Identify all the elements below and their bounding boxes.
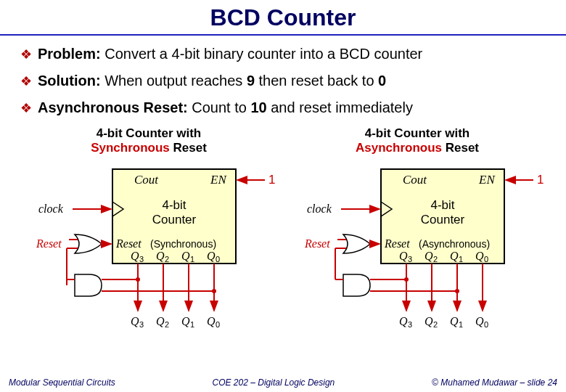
svg-text:1: 1 — [190, 320, 194, 329]
cout-label: Cout — [134, 173, 159, 187]
svg-text:Reset: Reset — [384, 237, 410, 250]
svg-text:1: 1 — [537, 173, 544, 187]
footer-right: © Muhamed Mudawar – slide 24 — [432, 377, 557, 388]
block-label-1: 4-bit — [162, 198, 186, 212]
bullet-list: ❖ Problem: Convert a 4-bit binary counte… — [0, 36, 566, 116]
svg-text:1: 1 — [190, 255, 194, 264]
bullet-solution: ❖ Solution: When output reaches 9 then r… — [20, 73, 546, 89]
svg-text:2: 2 — [433, 320, 438, 329]
svg-text:3: 3 — [408, 255, 412, 264]
title-bar: BCD Counter — [0, 0, 566, 36]
svg-point-69 — [455, 289, 459, 293]
svg-text:EN: EN — [478, 173, 496, 187]
footer: Modular Sequential Circuits COE 202 – Di… — [0, 377, 566, 388]
svg-text:0: 0 — [216, 255, 220, 264]
diamond-icon: ❖ — [20, 46, 32, 62]
page-title: BCD Counter — [0, 4, 566, 31]
svg-text:Q: Q — [424, 250, 433, 262]
svg-text:Counter: Counter — [421, 213, 465, 226]
diagram-sync: 4-bit Counter with Synchronous Reset Cou… — [18, 126, 279, 332]
svg-text:Reset: Reset — [304, 237, 330, 250]
svg-text:Q: Q — [181, 315, 190, 327]
svg-text:Q: Q — [475, 315, 484, 327]
en-label: EN — [210, 173, 227, 187]
bullet-text: Solution: When output reaches 9 then res… — [38, 73, 386, 89]
svg-text:Q: Q — [131, 250, 139, 262]
schematic-sync: Cout EN 4-bit Counter Reset (Synchronous… — [18, 162, 279, 329]
svg-text:Q: Q — [399, 315, 408, 327]
schematic-async: Cout EN 4-bit Counter Reset (Asynchronou… — [287, 162, 548, 329]
svg-text:Q: Q — [450, 315, 459, 327]
svg-text:2: 2 — [433, 255, 438, 264]
svg-text:3: 3 — [139, 255, 144, 264]
svg-text:(Asynchronous): (Asynchronous) — [419, 238, 490, 250]
svg-text:Q: Q — [181, 250, 190, 262]
reset-type: (Synchronous) — [150, 238, 216, 250]
diagram-async: 4-bit Counter with Asynchronous Reset Co… — [287, 126, 548, 332]
svg-text:Q: Q — [475, 250, 484, 262]
bullet-async: ❖ Asynchronous Reset: Count to 10 and re… — [20, 99, 546, 116]
and-gate-icon — [343, 274, 370, 296]
svg-text:Q: Q — [156, 315, 165, 327]
svg-text:clock: clock — [307, 203, 332, 215]
svg-point-26 — [136, 277, 140, 282]
and-gate-icon — [75, 274, 102, 296]
diagrams-row: 4-bit Counter with Synchronous Reset Cou… — [0, 126, 566, 332]
bullet-text: Asynchronous Reset: Count to 10 and rese… — [38, 99, 413, 116]
bullet-text: Problem: Convert a 4-bit binary counter … — [38, 46, 422, 62]
clock-label: clock — [38, 203, 64, 215]
svg-text:Q: Q — [424, 315, 433, 327]
svg-text:Q: Q — [399, 250, 408, 262]
svg-text:1: 1 — [459, 320, 463, 329]
en-value: 1 — [268, 173, 275, 187]
svg-point-68 — [404, 277, 409, 282]
svg-text:0: 0 — [484, 255, 488, 264]
svg-text:Q: Q — [156, 250, 165, 262]
reset-pin: Reset — [115, 237, 142, 250]
reset-ext: Reset — [36, 237, 62, 250]
svg-text:2: 2 — [165, 255, 169, 264]
diamond-icon: ❖ — [20, 73, 32, 89]
svg-text:Q: Q — [207, 250, 216, 262]
footer-left: Modular Sequential Circuits — [9, 377, 115, 388]
svg-text:Q: Q — [131, 315, 139, 327]
svg-text:0: 0 — [484, 320, 488, 329]
or-gate-icon — [75, 234, 102, 253]
svg-text:0: 0 — [216, 320, 220, 329]
block-label-2: Counter — [152, 213, 197, 226]
or-gate-icon — [343, 234, 370, 253]
diamond-icon: ❖ — [20, 100, 32, 116]
footer-center: COE 202 – Digital Logic Design — [213, 377, 335, 388]
caption-async: 4-bit Counter with Asynchronous Reset — [287, 126, 548, 156]
caption-sync: 4-bit Counter with Synchronous Reset — [18, 126, 279, 156]
svg-text:2: 2 — [165, 320, 169, 329]
svg-text:3: 3 — [139, 320, 144, 329]
svg-text:1: 1 — [459, 255, 463, 264]
bullet-problem: ❖ Problem: Convert a 4-bit binary counte… — [20, 46, 546, 62]
svg-text:Q: Q — [207, 315, 216, 327]
svg-point-27 — [212, 289, 216, 293]
svg-text:Cout: Cout — [403, 173, 427, 187]
svg-text:4-bit: 4-bit — [430, 198, 454, 212]
svg-text:Q: Q — [450, 250, 459, 262]
svg-text:3: 3 — [408, 320, 412, 329]
